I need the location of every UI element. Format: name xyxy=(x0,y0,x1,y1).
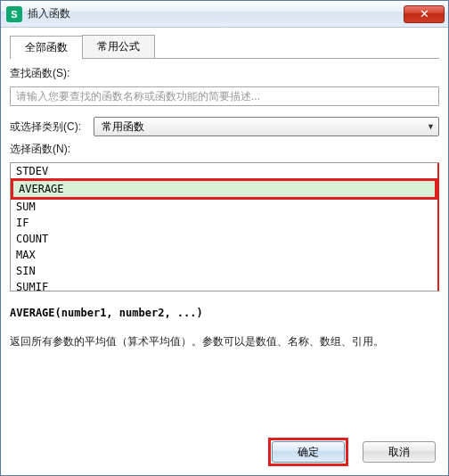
list-item[interactable]: MAX xyxy=(11,247,437,263)
dialog-body: 全部函数 常用公式 查找函数(S): 或选择类别(C): 常用函数 ▼ 选择函数… xyxy=(1,28,448,475)
close-button[interactable]: ✕ xyxy=(404,5,445,23)
category-selected: 常用函数 xyxy=(102,119,144,135)
function-description: 返回所有参数的平均值（算术平均值）。参数可以是数值、名称、数组、引用。 xyxy=(10,332,439,350)
tabs: 全部函数 常用公式 xyxy=(10,35,439,59)
dialog-window: S 插入函数 ✕ 全部函数 常用公式 查找函数(S): 或选择类别(C): 常用… xyxy=(0,0,449,476)
cancel-button[interactable]: 取消 xyxy=(363,441,436,463)
ok-button[interactable]: 确定 xyxy=(272,441,345,463)
tab-common-formulas[interactable]: 常用公式 xyxy=(82,35,155,58)
list-item[interactable]: SUM xyxy=(11,199,437,215)
chevron-down-icon: ▼ xyxy=(427,122,435,131)
list-item[interactable]: IF xyxy=(11,215,437,231)
category-dropdown[interactable]: 常用函数 ▼ xyxy=(94,117,439,136)
titlebar: S 插入函数 ✕ xyxy=(1,1,448,28)
function-signature: AVERAGE(number1, number2, ...) xyxy=(10,304,439,322)
list-item[interactable]: SUMIF xyxy=(11,279,437,291)
app-icon: S xyxy=(6,6,22,22)
tab-all-functions[interactable]: 全部函数 xyxy=(10,36,83,59)
list-item[interactable]: COUNT xyxy=(11,231,437,247)
close-icon: ✕ xyxy=(420,7,429,21)
category-label: 或选择类别(C): xyxy=(10,119,81,135)
search-label: 查找函数(S): xyxy=(10,67,69,79)
function-listbox[interactable]: STDEVAVERAGESUMIFCOUNTMAXSINSUMIF xyxy=(10,163,439,291)
window-title: 插入函数 xyxy=(28,6,404,21)
list-item[interactable]: STDEV xyxy=(11,163,437,179)
select-function-label: 选择函数(N): xyxy=(10,143,70,155)
cancel-wrap: 取消 xyxy=(359,438,439,466)
description-area: AVERAGE(number1, number2, ...) 返回所有参数的平均… xyxy=(10,304,439,351)
list-item[interactable]: SIN xyxy=(11,263,437,279)
button-bar: 确定 取消 xyxy=(10,431,439,466)
ok-highlight: 确定 xyxy=(268,438,348,466)
list-item[interactable]: AVERAGE xyxy=(11,178,437,200)
search-input[interactable] xyxy=(10,86,439,106)
